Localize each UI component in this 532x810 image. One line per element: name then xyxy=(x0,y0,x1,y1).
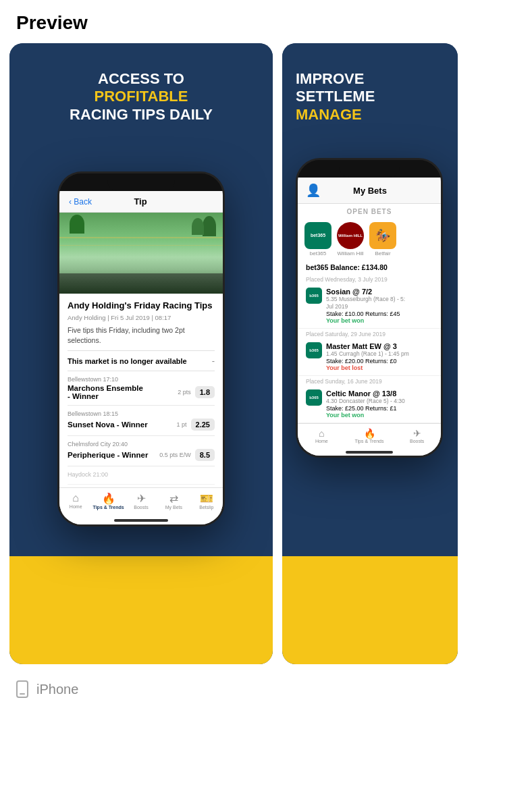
article-desc: Five tips this Friday, including two 2pt… xyxy=(68,325,215,345)
date-3: Placed Sunday, 16 June 2019 xyxy=(298,376,441,387)
bet3-race: 4.30 Doncaster (Race 5) - 4:30 xyxy=(326,398,405,405)
nav-betslip[interactable]: 🎫 Betslip xyxy=(190,492,223,510)
tip-odds-2: 2.25 xyxy=(191,418,215,431)
profile-icon: 👤 xyxy=(306,183,321,198)
right-nav-home[interactable]: ⌂ Home xyxy=(298,428,346,443)
right-screen-title: My Bets xyxy=(353,186,387,196)
preview-area: ACCESS TO PROFITABLE RACING TIPS DAILY xyxy=(0,43,532,664)
bet1-horse: Sosian @ 7/2 xyxy=(326,288,405,296)
open-bets-label: OPEN BETS xyxy=(298,204,441,218)
right-tips-label: Tips & Trends xyxy=(355,439,384,443)
nav-boosts[interactable]: ✈ Boosts xyxy=(125,492,157,510)
tip-horse-2: Sunset Nova - Winner xyxy=(68,421,177,429)
headline-line3: RACING TIPS DAILY xyxy=(70,106,213,123)
right-nav-tips[interactable]: 🔥 Tips & Trends xyxy=(346,428,394,443)
right-home-icon: ⌂ xyxy=(319,428,324,439)
bet1-race: 5.35 Musselburgh (Race 8) - 5:Jul 2019 xyxy=(326,296,405,310)
boosts-icon: ✈ xyxy=(137,492,146,505)
right-headline-2: SETTLEME xyxy=(296,88,375,105)
bet1-logo: b365 xyxy=(306,288,322,304)
bet2-logo: b365 xyxy=(306,342,322,358)
race-image xyxy=(59,213,223,294)
back-button[interactable]: ‹ Back xyxy=(69,197,92,207)
device-section: iPhone xyxy=(0,664,532,714)
bet-3: b365 Celtic Manor @ 13/8 4.30 Doncaster … xyxy=(298,387,441,423)
screen-title: Tip xyxy=(92,196,189,207)
bookmakers-row: bet365 bet365 William HILL William Hill … xyxy=(298,218,441,261)
boosts-label: Boosts xyxy=(134,505,148,510)
headline-highlight-left: PROFITABLE xyxy=(95,88,188,105)
tip-odds-1: 1.8 xyxy=(195,386,215,398)
bet2-stake: Stake: £20.00 Returns: £0 xyxy=(326,358,409,364)
tip-item-3: Chelmsford City 20:40 Peripherique - Win… xyxy=(68,436,215,466)
tip-odds-3: 8.5 xyxy=(195,449,215,461)
bet2-race: 1.45 Curragh (Race 1) - 1:45 pm xyxy=(326,350,409,358)
tip-item-4: Haydock 21:00 xyxy=(68,466,215,485)
tip-venue-1: Bellewstown 17:10 xyxy=(68,376,215,383)
bet-2: b365 Master Matt EW @ 3 1.45 Curragh (Ra… xyxy=(298,340,441,376)
bet3-logo: b365 xyxy=(306,389,322,406)
market-label: This market is no longer available xyxy=(68,357,187,365)
bets-list: Placed Wednesday, 3 July 2019 b365 Sosia… xyxy=(298,274,441,423)
mybets-icon: ⇄ xyxy=(169,492,178,505)
bet365-logo: bet365 xyxy=(304,222,331,249)
article-section: Andy Holding's Friday Racing Tips Andy H… xyxy=(59,294,223,487)
tip-pts-3: 0.5 pts E/W xyxy=(159,452,191,458)
mybets-label: My Bets xyxy=(165,505,182,510)
bet3-stake: Stake: £25.00 Returns: £1 xyxy=(326,405,405,412)
iphone-icon xyxy=(16,680,28,698)
tip-venue-4: Haydock 21:00 xyxy=(68,471,215,478)
tip-venue-2: Bellewstown 18:15 xyxy=(68,410,215,417)
article-meta: Andy Holding | Fri 5 Jul 2019 | 08:17 xyxy=(68,314,215,321)
home-indicator xyxy=(59,516,223,524)
bet365-name: bet365 xyxy=(310,250,326,256)
nav-tips[interactable]: 🔥 Tips & Trends xyxy=(92,492,124,510)
william-hill-name: William Hill xyxy=(337,250,363,256)
bk-bet365[interactable]: bet365 bet365 xyxy=(304,222,331,256)
tip-horse-3: Peripherique - Winner xyxy=(68,451,159,459)
home-label: Home xyxy=(70,504,82,509)
bet3-horse: Celtic Manor @ 13/8 xyxy=(326,389,405,398)
tip-item-2: Bellewstown 18:15 Sunset Nova - Winner 1… xyxy=(68,406,215,436)
tip-pts-2: 1 pt xyxy=(177,421,187,428)
right-bottom-nav: ⌂ Home 🔥 Tips & Trends ✈ Boosts xyxy=(298,423,441,449)
bk-betfair[interactable]: 🏇 Betfair xyxy=(369,222,396,256)
article-title: Andy Holding's Friday Racing Tips xyxy=(68,300,215,312)
market-value: - xyxy=(212,356,215,366)
bet3-result: Your bet won xyxy=(326,412,405,418)
tips-icon: 🔥 xyxy=(102,492,115,505)
page-title: Preview xyxy=(0,0,532,43)
tip-item-1: Bellewstown 17:10 Marchons Ensemble- Win… xyxy=(68,371,215,406)
tip-venue-3: Chelmsford City 20:40 xyxy=(68,441,215,448)
bet1-result: Your bet won xyxy=(326,317,405,324)
right-home-indicator xyxy=(298,449,441,456)
bottom-nav: ⌂ Home 🔥 Tips & Trends ✈ Boosts xyxy=(59,487,223,516)
market-row: This market is no longer available - xyxy=(68,350,215,371)
right-screen-header: 👤 My Bets xyxy=(298,178,441,204)
betfair-name: Betfair xyxy=(375,250,390,256)
betslip-label: Betslip xyxy=(199,505,213,510)
right-boosts-icon: ✈ xyxy=(413,428,421,439)
betfair-logo: 🏇 xyxy=(369,222,396,249)
betslip-icon: 🎫 xyxy=(200,492,213,505)
tips-list: Bellewstown 17:10 Marchons Ensemble- Win… xyxy=(68,371,215,485)
card-left: ACCESS TO PROFITABLE RACING TIPS DAILY xyxy=(9,43,273,664)
headline-line1: ACCESS TO xyxy=(98,70,184,87)
date-1: Placed Wednesday, 3 July 2019 xyxy=(298,274,441,285)
device-label-text: iPhone xyxy=(36,682,78,697)
right-headline-highlight: MANAGE xyxy=(296,106,362,123)
bk-william-hill[interactable]: William HILL William Hill xyxy=(337,222,364,256)
date-2: Placed Saturday, 29 June 2019 xyxy=(298,329,441,340)
nav-home[interactable]: ⌂ Home xyxy=(59,492,92,510)
bet-1: b365 Sosian @ 7/2 5.35 Musselburgh (Race… xyxy=(298,285,441,329)
bet1-stake: Stake: £10.00 Returns: £45 xyxy=(326,310,405,317)
right-headline-1: IMPROVE xyxy=(296,70,364,87)
tip-horse-1: Marchons Ensemble- Winner xyxy=(68,384,178,400)
bet2-horse: Master Matt EW @ 3 xyxy=(326,342,409,350)
card-right: IMPROVE SETTLEME MANAGE xyxy=(282,43,458,664)
nav-mybets[interactable]: ⇄ My Bets xyxy=(157,492,190,510)
tips-label: Tips & Trends xyxy=(93,505,124,510)
right-nav-boosts[interactable]: ✈ Boosts xyxy=(393,428,441,443)
tip-pts-1: 2 pts xyxy=(178,389,191,396)
balance-text: bet365 Balance: £134.80 xyxy=(298,261,441,274)
